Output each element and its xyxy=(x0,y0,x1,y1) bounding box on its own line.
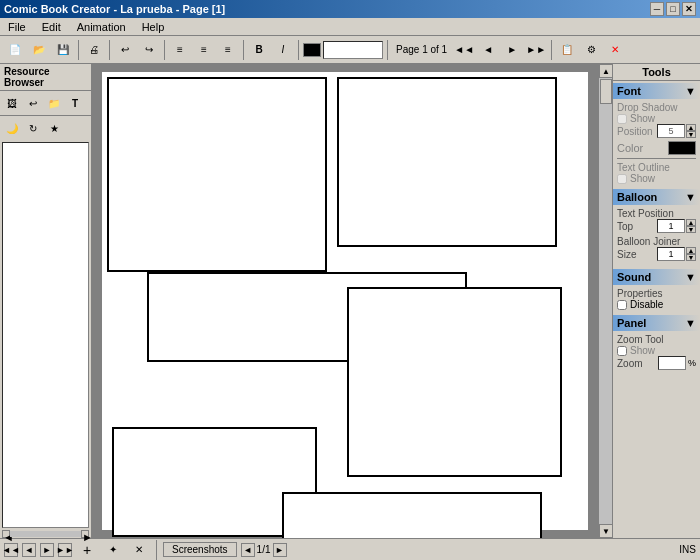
prev-page-button[interactable]: ◄◄ xyxy=(453,39,475,61)
bold-button[interactable]: B xyxy=(248,39,270,61)
close-button[interactable]: ✕ xyxy=(682,2,696,16)
print-button[interactable]: 🖨 xyxy=(83,39,105,61)
position-up-btn[interactable]: ▲ xyxy=(686,124,696,131)
prev-button[interactable]: ◄ xyxy=(477,39,499,61)
align-center-button[interactable]: ≡ xyxy=(193,39,215,61)
balloon-joiner-label: Balloon Joiner xyxy=(617,236,696,247)
panel-6[interactable] xyxy=(282,492,542,538)
menu-animation[interactable]: Animation xyxy=(73,20,130,34)
position-row: Position ▲ ▼ xyxy=(617,124,696,138)
position-down-btn[interactable]: ▼ xyxy=(686,131,696,138)
separator-3 xyxy=(164,40,165,60)
redo-button[interactable]: ↪ xyxy=(138,39,160,61)
balloon-section-label: Balloon xyxy=(617,191,657,203)
top-label: Top xyxy=(617,221,633,232)
next-button[interactable]: ► xyxy=(501,39,523,61)
rb-text-btn[interactable]: T xyxy=(65,93,85,113)
save-button[interactable]: 💾 xyxy=(52,39,74,61)
minimize-button[interactable]: ─ xyxy=(650,2,664,16)
drop-shadow-show-row: Show xyxy=(617,113,696,124)
rb-scroll-right[interactable]: ► xyxy=(81,530,89,538)
balloon-section-header[interactable]: Balloon ▼ xyxy=(613,189,700,205)
export-button[interactable]: 📋 xyxy=(556,39,578,61)
resource-browser-toolbar: 🖼 ↩ 📁 T xyxy=(0,91,91,116)
panel-1[interactable] xyxy=(107,77,327,272)
toolbar: 📄 📂 💾 🖨 ↩ ↪ ≡ ≡ ≡ B I Page 1 of 1 ◄◄ ◄ ►… xyxy=(0,36,700,64)
panel-4[interactable] xyxy=(347,287,562,477)
new-button[interactable]: 📄 xyxy=(4,39,26,61)
position-label: Position xyxy=(617,126,653,137)
status-sep xyxy=(156,540,157,560)
zoom-show-label: Show xyxy=(630,345,655,356)
menu-edit[interactable]: Edit xyxy=(38,20,65,34)
status-del-btn[interactable]: ✕ xyxy=(128,539,150,561)
position-input[interactable] xyxy=(657,124,685,138)
sound-section-header[interactable]: Sound ▼ xyxy=(613,269,700,285)
canvas-area[interactable]: ▲ ▼ xyxy=(92,64,612,538)
status-nav-next-next[interactable]: ►► xyxy=(58,543,72,557)
status-nav-prev[interactable]: ◄ xyxy=(22,543,36,557)
stop-button[interactable]: ✕ xyxy=(604,39,626,61)
next-page-button[interactable]: ►► xyxy=(525,39,547,61)
font-size-input[interactable] xyxy=(323,41,383,59)
top-input[interactable] xyxy=(657,219,685,233)
rb-star-btn[interactable]: ★ xyxy=(44,118,64,138)
italic-button[interactable]: I xyxy=(272,39,294,61)
resource-browser: Resource Browser 🖼 ↩ 📁 T 🌙 ↻ ★ ◄ ► xyxy=(0,64,92,538)
disable-checkbox[interactable] xyxy=(617,300,627,310)
tools-panel: Tools Font ▼ Drop Shadow Show Position ▲… xyxy=(612,64,700,538)
text-outline-checkbox[interactable] xyxy=(617,174,627,184)
top-down-btn[interactable]: ▼ xyxy=(686,226,696,233)
rb-folder-btn[interactable]: 📁 xyxy=(44,93,64,113)
menu-bar: File Edit Animation Help xyxy=(0,18,700,36)
maximize-button[interactable]: □ xyxy=(666,2,680,16)
drop-shadow-checkbox[interactable] xyxy=(617,114,627,124)
page-display: 1/1 xyxy=(257,544,271,555)
rb-scroll-left[interactable]: ◄ xyxy=(2,530,10,538)
zoom-input[interactable] xyxy=(658,356,686,370)
scroll-up-btn[interactable]: ▲ xyxy=(599,64,612,78)
screenshots-tab[interactable]: Screenshots xyxy=(163,542,237,557)
color-swatch[interactable] xyxy=(668,141,696,155)
menu-file[interactable]: File xyxy=(4,20,30,34)
text-position-label: Text Position xyxy=(617,208,696,219)
open-button[interactable]: 📂 xyxy=(28,39,50,61)
font-section-header[interactable]: Font ▼ xyxy=(613,83,700,99)
size-down-btn[interactable]: ▼ xyxy=(686,254,696,261)
rb-moon-btn[interactable]: 🌙 xyxy=(2,118,22,138)
panel-2[interactable] xyxy=(337,77,557,247)
rb-image-btn[interactable]: 🖼 xyxy=(2,93,22,113)
separator-1 xyxy=(78,40,79,60)
canvas-content xyxy=(92,64,598,538)
rb-refresh-btn[interactable]: ↻ xyxy=(23,118,43,138)
page-nav-next[interactable]: ► xyxy=(273,543,287,557)
size-input[interactable] xyxy=(657,247,685,261)
size-up-btn[interactable]: ▲ xyxy=(686,247,696,254)
top-up-btn[interactable]: ▲ xyxy=(686,219,696,226)
color-selector[interactable] xyxy=(303,43,321,57)
panel-section-label: Panel xyxy=(617,317,646,329)
panel-section-header[interactable]: Panel ▼ xyxy=(613,315,700,331)
resource-browser-toolbar2: 🌙 ↻ ★ xyxy=(0,116,91,140)
status-nav-prev-prev[interactable]: ◄◄ xyxy=(4,543,18,557)
top-spinner: ▲ ▼ xyxy=(657,219,696,233)
zoom-show-checkbox[interactable] xyxy=(617,346,627,356)
undo-button[interactable]: ↩ xyxy=(114,39,136,61)
menu-help[interactable]: Help xyxy=(138,20,169,34)
resource-content xyxy=(2,142,89,528)
zoom-label: Zoom xyxy=(617,358,643,369)
status-bar: ◄◄ ◄ ► ►► + ✦ ✕ Screenshots ◄ 1/1 ► INS xyxy=(0,538,700,560)
scroll-down-btn[interactable]: ▼ xyxy=(599,524,612,538)
top-row: Top ▲ ▼ xyxy=(617,219,696,233)
rb-back-btn[interactable]: ↩ xyxy=(23,93,43,113)
settings-button[interactable]: ⚙ xyxy=(580,39,602,61)
align-right-button[interactable]: ≡ xyxy=(217,39,239,61)
status-nav-next[interactable]: ► xyxy=(40,543,54,557)
font-collapse-icon: ▼ xyxy=(685,85,696,97)
status-move-btn[interactable]: ✦ xyxy=(102,539,124,561)
title-bar-buttons: ─ □ ✕ xyxy=(650,2,696,16)
page-nav-prev[interactable]: ◄ xyxy=(241,543,255,557)
title-bar: Comic Book Creator - La prueba - Page [1… xyxy=(0,0,700,18)
align-left-button[interactable]: ≡ xyxy=(169,39,191,61)
text-outline-show-row: Show xyxy=(617,173,696,184)
